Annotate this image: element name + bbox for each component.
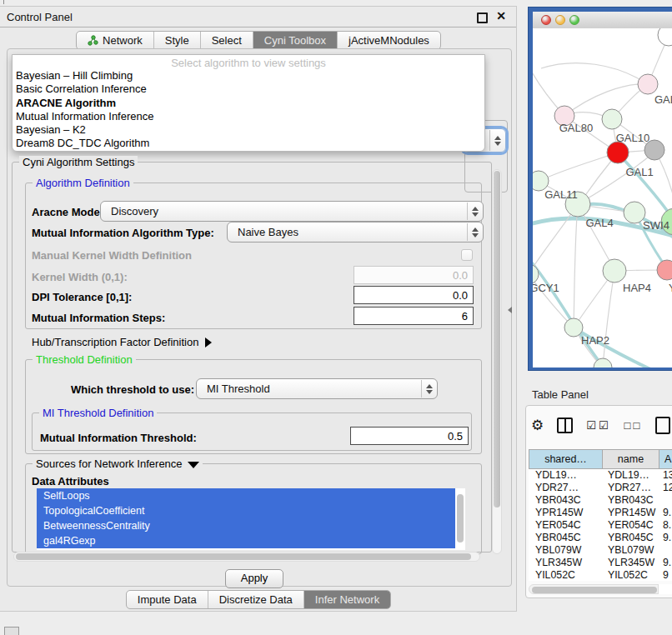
network-node[interactable] xyxy=(603,259,626,282)
algorithm-option[interactable]: Bayesian – K2 xyxy=(13,123,484,137)
attributes-scrollbar[interactable] xyxy=(455,488,465,550)
network-node[interactable] xyxy=(564,318,583,337)
apply-button[interactable]: Apply xyxy=(225,569,283,588)
table-row[interactable]: YBL079W YBL079W xyxy=(529,544,672,557)
combo-stepper-icon xyxy=(489,130,504,151)
network-node[interactable] xyxy=(658,28,672,46)
algorithm-definition-title: Algorithm Definition xyxy=(33,177,133,189)
network-node-label: HAP4 xyxy=(623,282,651,294)
cell-shared-name: YER054C xyxy=(529,519,603,532)
cell-shared-name: YBL079W xyxy=(529,544,603,557)
kernel-width-field[interactable]: 0.0 xyxy=(354,266,474,284)
algorithm-option[interactable]: Mutual Information Inference xyxy=(13,110,484,123)
float-window-icon[interactable] xyxy=(477,12,488,23)
tab[interactable]: jActiveMNodules xyxy=(337,32,440,49)
algorithm-option[interactable]: Bayesian – Hill Climbing xyxy=(13,69,484,82)
table-row[interactable]: YER054C YER054C 8. xyxy=(529,519,672,532)
tab[interactable]: Cyni Toolbox xyxy=(253,32,337,49)
tab[interactable]: Select xyxy=(200,32,253,49)
table-row[interactable]: YDR27… YDR27… 12 xyxy=(529,482,672,494)
tab-label: Style xyxy=(165,34,189,47)
mi-steps-field[interactable]: 6 xyxy=(354,307,474,325)
cell-name: YLR345W xyxy=(603,557,659,569)
mi-threshold-field[interactable]: 0.5 xyxy=(350,427,469,445)
split-panel-icon[interactable] xyxy=(557,418,573,433)
network-edge[interactable] xyxy=(533,252,604,368)
settings-scrollbar-thumb[interactable] xyxy=(494,171,500,508)
attribute-item[interactable]: BetweennessCentrality xyxy=(37,518,455,533)
algorithm-option[interactable]: ARACNE Algorithm xyxy=(13,97,484,110)
popup-placeholder: Select algorithm to view settings xyxy=(13,55,484,69)
attributes-scrollbar-thumb[interactable] xyxy=(457,494,464,542)
table-row[interactable]: YBR045C YBR045C 9. xyxy=(529,532,672,544)
tab-label: Cyni Toolbox xyxy=(264,34,326,47)
network-node[interactable] xyxy=(657,260,672,280)
table-row[interactable]: YBR043C YBR043C xyxy=(529,494,672,507)
tab[interactable]: Discretize Data xyxy=(208,591,303,608)
mac-minimize-icon[interactable] xyxy=(555,15,565,25)
attribute-item[interactable]: SelfLoops xyxy=(37,488,455,503)
gear-icon[interactable]: ⚙ xyxy=(531,417,544,434)
combo-stepper-icon xyxy=(467,202,482,220)
cell-name: YER054C xyxy=(603,519,659,532)
column-header-next[interactable]: A xyxy=(659,449,672,469)
panel-collapse-arrow-icon[interactable] xyxy=(508,307,512,313)
algorithm-option[interactable]: Basic Correlation Inference xyxy=(13,82,484,96)
table-row[interactable]: YDL19… YDL19… 13 xyxy=(529,469,672,482)
network-edge[interactable] xyxy=(603,271,614,367)
network-node[interactable] xyxy=(607,142,629,163)
network-node-label: GAL4 xyxy=(585,217,613,229)
aracne-mode-combobox[interactable]: Discovery xyxy=(100,201,484,222)
network-node-label: GCY1 xyxy=(533,282,559,294)
network-node[interactable] xyxy=(624,202,645,223)
table-row[interactable]: YLR345W YLR345W 9. xyxy=(529,557,672,569)
settings-hscrollbar-thumb[interactable] xyxy=(16,553,471,560)
dpi-tolerance-label: DPI Tolerance [0,1]: xyxy=(32,291,132,303)
close-icon[interactable]: ✕ xyxy=(496,9,506,22)
mi-threshold-label: Mutual Information Threshold: xyxy=(40,432,197,444)
which-threshold-combobox[interactable]: MI Threshold xyxy=(196,378,438,399)
network-node-label: GAL10 xyxy=(616,132,649,144)
cell-value xyxy=(659,494,663,507)
tab[interactable]: Style xyxy=(153,32,200,49)
window-grip-icon[interactable] xyxy=(4,627,19,635)
network-node[interactable] xyxy=(638,74,658,94)
kernel-width-label: Kernel Width (0,1): xyxy=(32,271,128,283)
tab[interactable]: Impute Data xyxy=(127,591,208,608)
network-edge[interactable] xyxy=(574,204,578,327)
network-icon xyxy=(88,35,98,46)
select-all-icon[interactable]: ☑☑ xyxy=(586,419,610,432)
network-window-titlebar[interactable] xyxy=(533,12,672,29)
hub-section-toggle[interactable]: Hub/Transcription Factor Definition xyxy=(32,336,212,348)
network-edge[interactable] xyxy=(541,63,648,84)
export-table-icon[interactable] xyxy=(655,417,670,434)
panel-title: Control Panel xyxy=(7,11,73,23)
tab[interactable]: Infer Network xyxy=(303,591,390,608)
attribute-item[interactable]: gal4RGexp xyxy=(37,533,455,548)
table-hscrollbar[interactable] xyxy=(529,584,670,594)
table-hscrollbar-thumb[interactable] xyxy=(532,587,657,593)
manual-kernel-checkbox[interactable] xyxy=(461,249,473,261)
algorithm-option[interactable]: Dream8 DC_TDC Algorithm xyxy=(13,137,484,150)
attribute-item[interactable]: TopologicalCoefficient xyxy=(37,503,455,518)
cell-value: 9 xyxy=(659,569,669,581)
table-row[interactable]: YPR145W YPR145W 9. xyxy=(529,507,672,519)
settings-hscrollbar[interactable] xyxy=(13,552,480,562)
column-header-shared-name[interactable]: shared… xyxy=(529,449,603,469)
mac-close-icon[interactable] xyxy=(541,15,551,25)
manual-kernel-label: Manual Kernel Width Definition xyxy=(32,249,192,262)
table-row[interactable]: YIL052C YIL052C 9 xyxy=(529,569,672,581)
network-graph[interactable]: GALGAL80GAL10GAL1GAL11GAL4SWI4GCY1HAP4YH… xyxy=(533,28,672,368)
tab[interactable]: Network xyxy=(77,32,153,49)
mac-zoom-icon[interactable] xyxy=(569,15,579,25)
network-node[interactable] xyxy=(602,109,622,129)
cell-value: 9. xyxy=(659,557,671,569)
mi-algorithm-type-combobox[interactable]: Naive Bayes xyxy=(227,222,484,242)
table-panel-title: Table Panel xyxy=(532,388,589,401)
settings-scrollbar[interactable] xyxy=(492,169,502,554)
sources-group-title[interactable]: Sources for Network Inference xyxy=(33,458,203,470)
deselect-all-icon[interactable]: □□ xyxy=(624,419,643,432)
column-header-name[interactable]: name xyxy=(603,449,659,469)
network-canvas[interactable]: GALGAL80GAL10GAL1GAL11GAL4SWI4GCY1HAP4YH… xyxy=(533,28,672,368)
dpi-tolerance-field[interactable]: 0.0 xyxy=(354,286,474,304)
